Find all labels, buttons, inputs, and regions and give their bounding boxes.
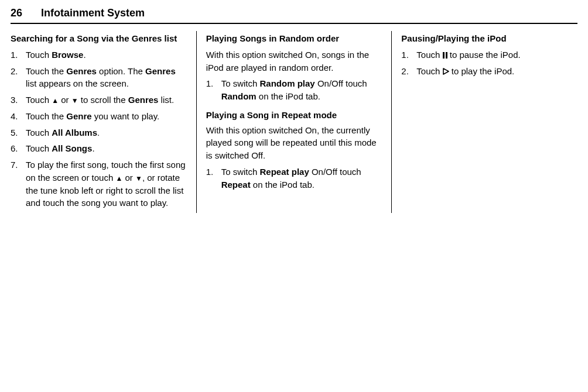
col3-steps: Touch to pause the iPod. Touch to play t… [401, 49, 577, 78]
list-item: Touch All Songs. [11, 142, 187, 155]
list-item: Touch the Genre you want to play. [11, 110, 187, 123]
list-item: Touch to pause the iPod. [401, 49, 577, 61]
column-1: Searching for a Song via the Genres list… [11, 31, 197, 213]
page-number: 26 [11, 7, 22, 19]
col1-heading: Searching for a Song via the Genres list [11, 32, 187, 45]
down-triangle-icon: ▼ [135, 174, 142, 184]
column-3: Pausing/Playing the iPod Touch to pause … [392, 31, 577, 213]
col2-para2: With this option switched On, the curren… [206, 124, 382, 162]
up-triangle-icon: ▲ [115, 174, 122, 184]
svg-marker-0 [443, 68, 449, 74]
list-item: Touch All Albums. [11, 126, 187, 139]
play-icon [443, 66, 449, 76]
list-item: Touch the Genres option. The Genres list… [11, 65, 187, 91]
col3-heading: Pausing/Playing the iPod [401, 32, 577, 45]
list-item: To switch Random play On/Off touch Rando… [206, 77, 382, 103]
content-columns: Searching for a Song via the Genres list… [11, 31, 577, 213]
col2-para1: With this option switched On, songs in t… [206, 49, 382, 74]
col2-heading1: Playing Songs in Random order [206, 32, 382, 45]
column-2: Playing Songs in Random order With this … [197, 31, 392, 213]
col2-heading2: Playing a Song in Repeat mode [206, 109, 382, 122]
list-item: Touch to play the iPod. [401, 65, 577, 78]
list-item: Touch ▲ or ▼ to scroll the Genres list. [11, 94, 187, 106]
col2-list1: To switch Random play On/Off touch Rando… [206, 77, 382, 103]
col1-steps: Touch Browse. Touch the Genres option. T… [11, 49, 187, 209]
up-triangle-icon: ▲ [52, 96, 59, 106]
down-triangle-icon: ▼ [71, 96, 78, 106]
page-header: 26 Infotainment System [11, 7, 577, 24]
page-title: Infotainment System [41, 7, 145, 19]
pause-icon [443, 52, 447, 59]
list-item: To switch Repeat play On/Off touch Repea… [206, 166, 382, 191]
col2-list2: To switch Repeat play On/Off touch Repea… [206, 166, 382, 191]
list-item: Touch Browse. [11, 49, 187, 61]
list-item: To play the first song, touch the first … [11, 159, 187, 209]
